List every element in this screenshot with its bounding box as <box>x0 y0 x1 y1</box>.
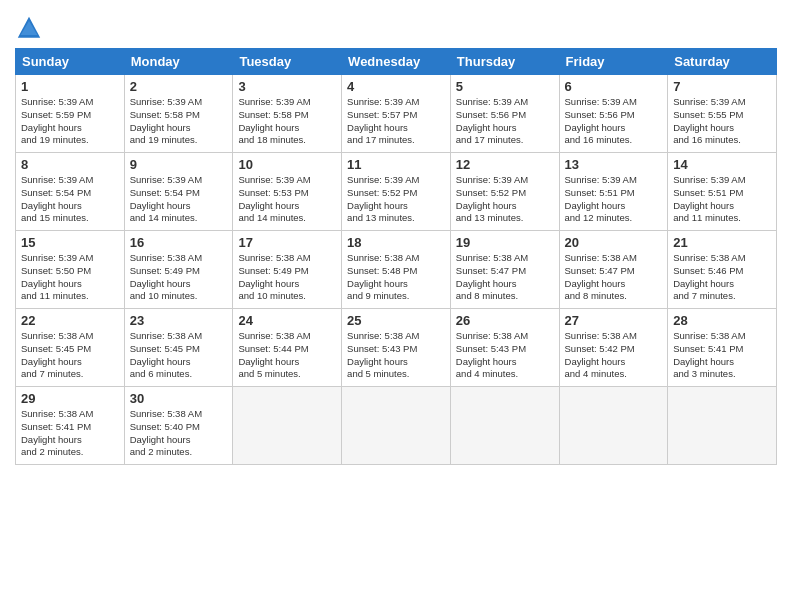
weekday-header-monday: Monday <box>124 49 233 75</box>
day-number: 3 <box>238 79 336 94</box>
day-number: 27 <box>565 313 663 328</box>
calendar-week-4: 22Sunrise: 5:38 AMSunset: 5:45 PMDayligh… <box>16 309 777 387</box>
calendar-cell: 7Sunrise: 5:39 AMSunset: 5:55 PMDaylight… <box>668 75 777 153</box>
calendar-cell: 20Sunrise: 5:38 AMSunset: 5:47 PMDayligh… <box>559 231 668 309</box>
day-info: Sunrise: 5:38 AMSunset: 5:43 PMDaylight … <box>456 330 554 381</box>
day-info: Sunrise: 5:39 AMSunset: 5:51 PMDaylight … <box>565 174 663 225</box>
day-info: Sunrise: 5:39 AMSunset: 5:52 PMDaylight … <box>347 174 445 225</box>
day-info: Sunrise: 5:38 AMSunset: 5:41 PMDaylight … <box>673 330 771 381</box>
day-number: 26 <box>456 313 554 328</box>
calendar-cell: 21Sunrise: 5:38 AMSunset: 5:46 PMDayligh… <box>668 231 777 309</box>
weekday-header-wednesday: Wednesday <box>342 49 451 75</box>
day-number: 28 <box>673 313 771 328</box>
day-info: Sunrise: 5:39 AMSunset: 5:58 PMDaylight … <box>130 96 228 147</box>
calendar-cell: 1Sunrise: 5:39 AMSunset: 5:59 PMDaylight… <box>16 75 125 153</box>
day-info: Sunrise: 5:39 AMSunset: 5:55 PMDaylight … <box>673 96 771 147</box>
day-number: 1 <box>21 79 119 94</box>
weekday-header-row: SundayMondayTuesdayWednesdayThursdayFrid… <box>16 49 777 75</box>
calendar-cell <box>233 387 342 465</box>
page: SundayMondayTuesdayWednesdayThursdayFrid… <box>0 0 792 612</box>
day-number: 20 <box>565 235 663 250</box>
day-number: 12 <box>456 157 554 172</box>
calendar-cell: 17Sunrise: 5:38 AMSunset: 5:49 PMDayligh… <box>233 231 342 309</box>
calendar-cell: 24Sunrise: 5:38 AMSunset: 5:44 PMDayligh… <box>233 309 342 387</box>
day-info: Sunrise: 5:38 AMSunset: 5:42 PMDaylight … <box>565 330 663 381</box>
day-number: 17 <box>238 235 336 250</box>
day-info: Sunrise: 5:39 AMSunset: 5:59 PMDaylight … <box>21 96 119 147</box>
day-info: Sunrise: 5:39 AMSunset: 5:50 PMDaylight … <box>21 252 119 303</box>
calendar-cell: 9Sunrise: 5:39 AMSunset: 5:54 PMDaylight… <box>124 153 233 231</box>
weekday-header-saturday: Saturday <box>668 49 777 75</box>
day-number: 25 <box>347 313 445 328</box>
calendar-cell: 14Sunrise: 5:39 AMSunset: 5:51 PMDayligh… <box>668 153 777 231</box>
calendar-cell: 23Sunrise: 5:38 AMSunset: 5:45 PMDayligh… <box>124 309 233 387</box>
calendar-cell: 30Sunrise: 5:38 AMSunset: 5:40 PMDayligh… <box>124 387 233 465</box>
calendar-cell: 4Sunrise: 5:39 AMSunset: 5:57 PMDaylight… <box>342 75 451 153</box>
day-info: Sunrise: 5:38 AMSunset: 5:40 PMDaylight … <box>130 408 228 459</box>
day-number: 24 <box>238 313 336 328</box>
weekday-header-tuesday: Tuesday <box>233 49 342 75</box>
day-info: Sunrise: 5:39 AMSunset: 5:58 PMDaylight … <box>238 96 336 147</box>
day-number: 10 <box>238 157 336 172</box>
day-number: 13 <box>565 157 663 172</box>
calendar-cell: 25Sunrise: 5:38 AMSunset: 5:43 PMDayligh… <box>342 309 451 387</box>
day-number: 23 <box>130 313 228 328</box>
day-info: Sunrise: 5:39 AMSunset: 5:51 PMDaylight … <box>673 174 771 225</box>
calendar-cell: 29Sunrise: 5:38 AMSunset: 5:41 PMDayligh… <box>16 387 125 465</box>
day-info: Sunrise: 5:38 AMSunset: 5:49 PMDaylight … <box>238 252 336 303</box>
calendar-cell: 10Sunrise: 5:39 AMSunset: 5:53 PMDayligh… <box>233 153 342 231</box>
day-number: 4 <box>347 79 445 94</box>
day-info: Sunrise: 5:38 AMSunset: 5:44 PMDaylight … <box>238 330 336 381</box>
day-info: Sunrise: 5:38 AMSunset: 5:47 PMDaylight … <box>565 252 663 303</box>
day-info: Sunrise: 5:39 AMSunset: 5:57 PMDaylight … <box>347 96 445 147</box>
calendar-cell: 8Sunrise: 5:39 AMSunset: 5:54 PMDaylight… <box>16 153 125 231</box>
calendar-cell: 5Sunrise: 5:39 AMSunset: 5:56 PMDaylight… <box>450 75 559 153</box>
calendar-cell: 18Sunrise: 5:38 AMSunset: 5:48 PMDayligh… <box>342 231 451 309</box>
day-number: 8 <box>21 157 119 172</box>
day-number: 29 <box>21 391 119 406</box>
calendar-cell: 15Sunrise: 5:39 AMSunset: 5:50 PMDayligh… <box>16 231 125 309</box>
day-info: Sunrise: 5:39 AMSunset: 5:56 PMDaylight … <box>565 96 663 147</box>
calendar-cell: 3Sunrise: 5:39 AMSunset: 5:58 PMDaylight… <box>233 75 342 153</box>
day-info: Sunrise: 5:38 AMSunset: 5:48 PMDaylight … <box>347 252 445 303</box>
calendar-cell: 27Sunrise: 5:38 AMSunset: 5:42 PMDayligh… <box>559 309 668 387</box>
calendar-cell: 28Sunrise: 5:38 AMSunset: 5:41 PMDayligh… <box>668 309 777 387</box>
day-info: Sunrise: 5:38 AMSunset: 5:41 PMDaylight … <box>21 408 119 459</box>
day-number: 15 <box>21 235 119 250</box>
day-number: 18 <box>347 235 445 250</box>
header <box>15 10 777 42</box>
calendar-cell: 19Sunrise: 5:38 AMSunset: 5:47 PMDayligh… <box>450 231 559 309</box>
logo-icon <box>15 14 43 42</box>
calendar-cell <box>559 387 668 465</box>
day-number: 19 <box>456 235 554 250</box>
day-info: Sunrise: 5:38 AMSunset: 5:45 PMDaylight … <box>130 330 228 381</box>
weekday-header-sunday: Sunday <box>16 49 125 75</box>
day-info: Sunrise: 5:39 AMSunset: 5:56 PMDaylight … <box>456 96 554 147</box>
day-info: Sunrise: 5:38 AMSunset: 5:46 PMDaylight … <box>673 252 771 303</box>
calendar-week-1: 1Sunrise: 5:39 AMSunset: 5:59 PMDaylight… <box>16 75 777 153</box>
day-number: 21 <box>673 235 771 250</box>
day-info: Sunrise: 5:39 AMSunset: 5:54 PMDaylight … <box>130 174 228 225</box>
day-number: 16 <box>130 235 228 250</box>
day-number: 6 <box>565 79 663 94</box>
logo <box>15 14 45 42</box>
calendar-cell <box>342 387 451 465</box>
day-info: Sunrise: 5:39 AMSunset: 5:52 PMDaylight … <box>456 174 554 225</box>
calendar-week-2: 8Sunrise: 5:39 AMSunset: 5:54 PMDaylight… <box>16 153 777 231</box>
calendar-table: SundayMondayTuesdayWednesdayThursdayFrid… <box>15 48 777 465</box>
day-number: 11 <box>347 157 445 172</box>
day-info: Sunrise: 5:38 AMSunset: 5:49 PMDaylight … <box>130 252 228 303</box>
calendar-cell: 2Sunrise: 5:39 AMSunset: 5:58 PMDaylight… <box>124 75 233 153</box>
day-info: Sunrise: 5:38 AMSunset: 5:47 PMDaylight … <box>456 252 554 303</box>
day-number: 7 <box>673 79 771 94</box>
day-info: Sunrise: 5:39 AMSunset: 5:54 PMDaylight … <box>21 174 119 225</box>
day-info: Sunrise: 5:38 AMSunset: 5:43 PMDaylight … <box>347 330 445 381</box>
weekday-header-friday: Friday <box>559 49 668 75</box>
calendar-cell: 6Sunrise: 5:39 AMSunset: 5:56 PMDaylight… <box>559 75 668 153</box>
day-info: Sunrise: 5:39 AMSunset: 5:53 PMDaylight … <box>238 174 336 225</box>
weekday-header-thursday: Thursday <box>450 49 559 75</box>
day-number: 30 <box>130 391 228 406</box>
day-number: 2 <box>130 79 228 94</box>
calendar-cell: 22Sunrise: 5:38 AMSunset: 5:45 PMDayligh… <box>16 309 125 387</box>
calendar-week-5: 29Sunrise: 5:38 AMSunset: 5:41 PMDayligh… <box>16 387 777 465</box>
